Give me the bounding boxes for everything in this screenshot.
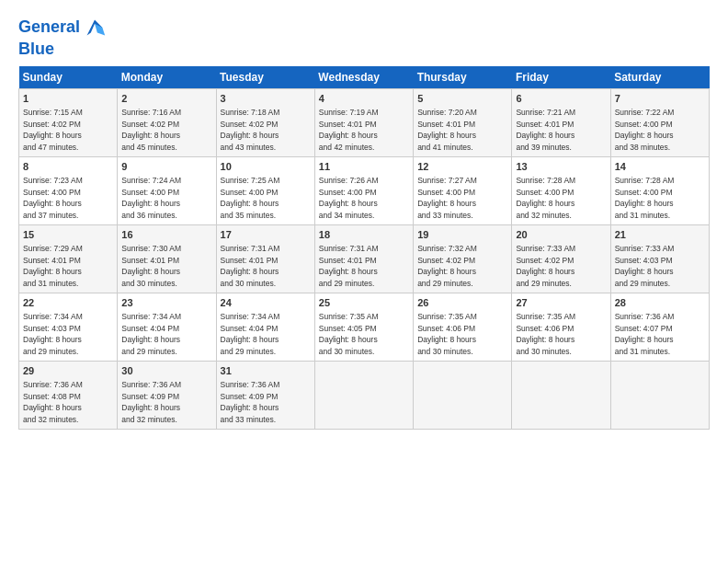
day-number: 18 xyxy=(319,228,409,242)
day-number: 1 xyxy=(23,92,113,106)
week-row-5: 29Sunrise: 7:36 AM Sunset: 4:08 PM Dayli… xyxy=(19,361,710,429)
day-info: Sunrise: 7:25 AM Sunset: 4:00 PM Dayligh… xyxy=(221,176,280,220)
calendar-cell: 6Sunrise: 7:21 AM Sunset: 4:01 PM Daylig… xyxy=(512,88,610,156)
calendar-cell: 15Sunrise: 7:29 AM Sunset: 4:01 PM Dayli… xyxy=(19,224,118,293)
calendar-cell: 23Sunrise: 7:34 AM Sunset: 4:04 PM Dayli… xyxy=(118,293,216,361)
week-row-1: 1Sunrise: 7:15 AM Sunset: 4:02 PM Daylig… xyxy=(19,88,710,156)
day-info: Sunrise: 7:32 AM Sunset: 4:02 PM Dayligh… xyxy=(417,244,477,288)
day-info: Sunrise: 7:36 AM Sunset: 4:09 PM Dayligh… xyxy=(221,380,280,424)
calendar-cell: 18Sunrise: 7:31 AM Sunset: 4:01 PM Dayli… xyxy=(314,224,413,293)
day-info: Sunrise: 7:29 AM Sunset: 4:01 PM Dayligh… xyxy=(23,244,83,288)
day-info: Sunrise: 7:30 AM Sunset: 4:01 PM Dayligh… xyxy=(121,244,181,288)
day-number: 9 xyxy=(121,160,211,174)
day-number: 28 xyxy=(615,296,705,310)
day-number: 8 xyxy=(23,160,113,174)
col-header-thursday: Thursday xyxy=(414,66,512,89)
day-number: 17 xyxy=(221,228,311,242)
day-info: Sunrise: 7:33 AM Sunset: 4:02 PM Dayligh… xyxy=(516,244,575,288)
col-header-friday: Friday xyxy=(512,66,610,89)
day-number: 31 xyxy=(221,364,311,378)
calendar-cell: 12Sunrise: 7:27 AM Sunset: 4:00 PM Dayli… xyxy=(414,156,512,224)
day-number: 20 xyxy=(516,228,606,242)
calendar-cell: 30Sunrise: 7:36 AM Sunset: 4:09 PM Dayli… xyxy=(118,361,216,429)
day-number: 25 xyxy=(319,296,409,310)
day-info: Sunrise: 7:21 AM Sunset: 4:01 PM Dayligh… xyxy=(516,108,575,152)
day-info: Sunrise: 7:22 AM Sunset: 4:00 PM Dayligh… xyxy=(615,108,675,152)
day-info: Sunrise: 7:26 AM Sunset: 4:00 PM Dayligh… xyxy=(319,176,379,220)
calendar-cell: 24Sunrise: 7:34 AM Sunset: 4:04 PM Dayli… xyxy=(216,293,314,361)
calendar-cell xyxy=(314,361,413,429)
day-number: 26 xyxy=(417,296,507,310)
day-info: Sunrise: 7:28 AM Sunset: 4:00 PM Dayligh… xyxy=(516,176,575,220)
logo-blue-text: Blue xyxy=(18,40,108,59)
day-info: Sunrise: 7:27 AM Sunset: 4:00 PM Dayligh… xyxy=(417,176,477,220)
calendar-cell: 13Sunrise: 7:28 AM Sunset: 4:00 PM Dayli… xyxy=(512,156,610,224)
day-number: 2 xyxy=(121,92,211,106)
week-row-3: 15Sunrise: 7:29 AM Sunset: 4:01 PM Dayli… xyxy=(19,224,710,293)
day-number: 16 xyxy=(121,228,211,242)
calendar-cell: 28Sunrise: 7:36 AM Sunset: 4:07 PM Dayli… xyxy=(610,293,709,361)
day-info: Sunrise: 7:35 AM Sunset: 4:06 PM Dayligh… xyxy=(516,312,575,356)
day-info: Sunrise: 7:34 AM Sunset: 4:04 PM Dayligh… xyxy=(121,312,181,356)
day-info: Sunrise: 7:19 AM Sunset: 4:01 PM Dayligh… xyxy=(319,108,379,152)
day-number: 7 xyxy=(615,92,705,106)
calendar-cell: 22Sunrise: 7:34 AM Sunset: 4:03 PM Dayli… xyxy=(19,293,118,361)
calendar-cell: 7Sunrise: 7:22 AM Sunset: 4:00 PM Daylig… xyxy=(610,88,709,156)
calendar-cell: 27Sunrise: 7:35 AM Sunset: 4:06 PM Dayli… xyxy=(512,293,610,361)
col-header-wednesday: Wednesday xyxy=(314,66,413,89)
day-info: Sunrise: 7:36 AM Sunset: 4:09 PM Dayligh… xyxy=(121,380,181,424)
page: General Blue SundayMondayTuesdayWednesda… xyxy=(0,0,728,563)
day-number: 5 xyxy=(417,92,507,106)
calendar-cell: 25Sunrise: 7:35 AM Sunset: 4:05 PM Dayli… xyxy=(314,293,413,361)
day-number: 11 xyxy=(319,160,409,174)
calendar-cell: 14Sunrise: 7:28 AM Sunset: 4:00 PM Dayli… xyxy=(610,156,709,224)
calendar-cell xyxy=(414,361,512,429)
col-header-sunday: Sunday xyxy=(19,66,118,89)
header-row: SundayMondayTuesdayWednesdayThursdayFrid… xyxy=(19,66,710,89)
day-info: Sunrise: 7:20 AM Sunset: 4:01 PM Dayligh… xyxy=(417,108,477,152)
day-number: 14 xyxy=(615,160,705,174)
calendar-cell: 11Sunrise: 7:26 AM Sunset: 4:00 PM Dayli… xyxy=(314,156,413,224)
day-number: 19 xyxy=(417,228,507,242)
calendar-cell: 19Sunrise: 7:32 AM Sunset: 4:02 PM Dayli… xyxy=(414,224,512,293)
calendar-cell: 17Sunrise: 7:31 AM Sunset: 4:01 PM Dayli… xyxy=(216,224,314,293)
calendar-cell: 26Sunrise: 7:35 AM Sunset: 4:06 PM Dayli… xyxy=(414,293,512,361)
calendar-cell: 2Sunrise: 7:16 AM Sunset: 4:02 PM Daylig… xyxy=(118,88,216,156)
col-header-monday: Monday xyxy=(118,66,216,89)
day-number: 27 xyxy=(516,296,606,310)
day-info: Sunrise: 7:34 AM Sunset: 4:03 PM Dayligh… xyxy=(23,312,83,356)
day-number: 21 xyxy=(615,228,705,242)
day-number: 10 xyxy=(221,160,311,174)
week-row-4: 22Sunrise: 7:34 AM Sunset: 4:03 PM Dayli… xyxy=(19,293,710,361)
calendar-cell: 16Sunrise: 7:30 AM Sunset: 4:01 PM Dayli… xyxy=(118,224,216,293)
calendar-cell: 20Sunrise: 7:33 AM Sunset: 4:02 PM Dayli… xyxy=(512,224,610,293)
day-info: Sunrise: 7:31 AM Sunset: 4:01 PM Dayligh… xyxy=(319,244,379,288)
logo-text: General xyxy=(18,18,80,37)
calendar-cell: 3Sunrise: 7:18 AM Sunset: 4:02 PM Daylig… xyxy=(216,88,314,156)
calendar-cell: 9Sunrise: 7:24 AM Sunset: 4:00 PM Daylig… xyxy=(118,156,216,224)
logo: General Blue xyxy=(18,15,108,59)
day-number: 13 xyxy=(516,160,606,174)
calendar-cell: 1Sunrise: 7:15 AM Sunset: 4:02 PM Daylig… xyxy=(19,88,118,156)
day-number: 30 xyxy=(121,364,211,378)
day-number: 29 xyxy=(23,364,113,378)
calendar-table: SundayMondayTuesdayWednesdayThursdayFrid… xyxy=(18,66,710,430)
col-header-tuesday: Tuesday xyxy=(216,66,314,89)
day-info: Sunrise: 7:36 AM Sunset: 4:07 PM Dayligh… xyxy=(615,312,675,356)
calendar-cell: 29Sunrise: 7:36 AM Sunset: 4:08 PM Dayli… xyxy=(19,361,118,429)
day-info: Sunrise: 7:33 AM Sunset: 4:03 PM Dayligh… xyxy=(615,244,675,288)
week-row-2: 8Sunrise: 7:23 AM Sunset: 4:00 PM Daylig… xyxy=(19,156,710,224)
calendar-cell: 5Sunrise: 7:20 AM Sunset: 4:01 PM Daylig… xyxy=(414,88,512,156)
calendar-cell xyxy=(512,361,610,429)
logo-icon xyxy=(82,15,108,40)
calendar-cell: 8Sunrise: 7:23 AM Sunset: 4:00 PM Daylig… xyxy=(19,156,118,224)
calendar-cell: 4Sunrise: 7:19 AM Sunset: 4:01 PM Daylig… xyxy=(314,88,413,156)
header: General Blue xyxy=(18,15,710,59)
calendar-cell: 10Sunrise: 7:25 AM Sunset: 4:00 PM Dayli… xyxy=(216,156,314,224)
day-info: Sunrise: 7:35 AM Sunset: 4:05 PM Dayligh… xyxy=(319,312,379,356)
day-info: Sunrise: 7:34 AM Sunset: 4:04 PM Dayligh… xyxy=(221,312,280,356)
day-number: 15 xyxy=(23,228,113,242)
col-header-saturday: Saturday xyxy=(610,66,709,89)
day-number: 4 xyxy=(319,92,409,106)
day-info: Sunrise: 7:16 AM Sunset: 4:02 PM Dayligh… xyxy=(121,108,181,152)
